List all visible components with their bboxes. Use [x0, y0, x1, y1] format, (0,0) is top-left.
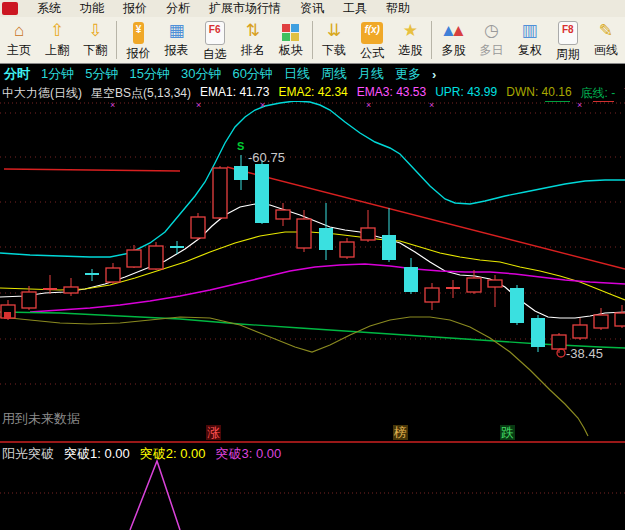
app-logo-icon: [2, 2, 18, 15]
gridline-x-mark: ×: [366, 100, 371, 110]
menu-item-4[interactable]: 扩展市场行情: [209, 0, 281, 17]
candle-up: [615, 313, 625, 326]
strip-char-1[interactable]: 榜: [393, 425, 408, 440]
rank-icon: ⇅: [246, 21, 260, 41]
period-tab-bar: 分时1分钟5分钟15分钟30分钟60分钟日线周线月线更多›: [0, 64, 625, 84]
toolbar-button-排名[interactable]: ⇅排名: [234, 17, 272, 63]
toolbar-button-自选[interactable]: F6自选: [196, 17, 234, 63]
chart-header-segment-3: EMA2: 42.34: [278, 85, 347, 101]
menu-item-6[interactable]: 工具: [343, 0, 367, 17]
toolbar-button-label: 下载: [322, 42, 346, 59]
period-tab-15分钟[interactable]: 15分钟: [129, 65, 169, 83]
page-up-icon: ⇧: [50, 21, 64, 41]
candle-up: [361, 228, 375, 240]
period-tab-更多[interactable]: 更多: [395, 65, 421, 83]
menu-bar: 系统功能报价分析扩展市场行情资讯工具帮助: [0, 0, 625, 17]
toolbar-button-画线[interactable]: ✎画线: [587, 17, 625, 63]
menu-item-0[interactable]: 系统: [37, 0, 61, 17]
candle-up: [552, 335, 566, 349]
multi-stock-icon: ▲▲: [440, 21, 467, 41]
toolbar-separator: [431, 21, 432, 59]
toolbar-separator: [312, 21, 313, 59]
sell-signal-marker: S: [237, 140, 244, 152]
future-data-warning: 用到未来数据: [2, 410, 80, 428]
toolbar-button-报表[interactable]: ▦报表: [157, 17, 195, 63]
period-more-arrow-icon[interactable]: ›: [432, 67, 436, 82]
ema2-line: [0, 232, 625, 300]
toolbar-button-下翻[interactable]: ⇩下翻: [76, 17, 114, 63]
candle-up: [340, 242, 354, 257]
toolbar-button-主页[interactable]: ⌂主页: [0, 17, 38, 63]
period-tab-60分钟[interactable]: 60分钟: [232, 65, 272, 83]
gridline-x-mark: ×: [577, 100, 582, 110]
period-tab-1分钟[interactable]: 1分钟: [41, 65, 74, 83]
toolbar-button-板块[interactable]: 板块: [272, 17, 310, 63]
quote-icon: ¥: [133, 19, 145, 44]
toolbar-button-label: 上翻: [45, 42, 69, 59]
chart-header-segment-2: EMA1: 41.73: [200, 85, 269, 101]
toolbar-button-label: 周期: [556, 46, 580, 63]
candle-up: [127, 250, 141, 267]
indicator-output-row: 阳光突破突破1: 0.00突破2: 0.00突破3: 0.00: [2, 445, 281, 463]
strip-char-0[interactable]: 涨: [206, 425, 221, 440]
indicator-output-2: 突破3: 0.00: [216, 445, 282, 463]
page-down-icon: ⇩: [88, 21, 102, 41]
toolbar-button-label: 报表: [165, 42, 189, 59]
menu-item-1[interactable]: 功能: [80, 0, 104, 17]
toolbar-button-label: 选股: [398, 42, 422, 59]
menu-item-3[interactable]: 分析: [166, 0, 190, 17]
sector-icon: [282, 22, 299, 41]
period-tab-月线[interactable]: 月线: [358, 65, 384, 83]
toolbar-button-label: 排名: [241, 42, 265, 59]
menu-item-5[interactable]: 资讯: [300, 0, 324, 17]
chart-header-segment-4: EMA3: 43.53: [357, 85, 426, 101]
indicator-name: 阳光突破: [2, 445, 54, 463]
toolbar-button-周期[interactable]: F8周期: [549, 17, 587, 63]
toolbar-button-报价[interactable]: ¥报价: [119, 17, 157, 63]
strip-char-2[interactable]: 跌: [500, 425, 515, 440]
candle-down: [255, 164, 269, 223]
toolbar-button-上翻[interactable]: ⇧上翻: [38, 17, 76, 63]
menu-item-7[interactable]: 帮助: [386, 0, 410, 17]
toolbar-button-复权[interactable]: ▥复权: [511, 17, 549, 63]
home-icon: ⌂: [14, 21, 24, 41]
gridline-x-mark: ×: [260, 100, 265, 110]
toolbar-button-label: 多日: [480, 42, 504, 59]
candle-up: [64, 287, 78, 293]
period-tab-30分钟[interactable]: 30分钟: [181, 65, 221, 83]
period-tab-5分钟[interactable]: 5分钟: [85, 65, 118, 83]
candle-up: [425, 288, 439, 302]
candle-up: [467, 278, 481, 292]
candle-down: [510, 288, 524, 323]
lower-band-dwn: [0, 317, 588, 436]
candle-up: [22, 292, 36, 308]
high-price-label: -60.75: [248, 150, 285, 165]
candle-up: [276, 210, 290, 219]
toolbar-button-label: 多股: [441, 42, 465, 59]
period-icon: F8: [558, 18, 578, 45]
upper-band-upr: [0, 101, 625, 257]
gridline-x-mark: ×: [429, 100, 434, 110]
toolbar-button-label: 主页: [7, 42, 31, 59]
period-tab-分时[interactable]: 分时: [4, 65, 30, 83]
toolbar-button-多股[interactable]: ▲▲多股: [434, 17, 472, 63]
low-point-marker: [557, 349, 565, 357]
period-tab-周线[interactable]: 周线: [321, 65, 347, 83]
toolbar-button-选股[interactable]: ★选股: [391, 17, 429, 63]
draw-icon: ✎: [599, 21, 613, 41]
report-icon: ▦: [169, 21, 185, 41]
toolbar-button-公式[interactable]: f(x)公式: [353, 17, 391, 63]
toolbar-button-多日[interactable]: ◷多日: [472, 17, 510, 63]
toolbar: ⌂主页⇧上翻⇩下翻¥报价▦报表F6自选⇅排名板块⇊下载f(x)公式★选股▲▲多股…: [0, 17, 625, 64]
toolbar-button-label: 复权: [518, 42, 542, 59]
menu-item-2[interactable]: 报价: [123, 0, 147, 17]
indicator-output-1: 突破2: 0.00: [140, 445, 206, 463]
gridline-x-mark: ×: [110, 100, 115, 110]
period-tab-日线[interactable]: 日线: [284, 65, 310, 83]
chart-header-segment-1: 星空BS点(5,13,34): [91, 85, 191, 101]
adjust-icon: ▥: [522, 21, 538, 41]
red-dot-marker: [4, 312, 11, 319]
toolbar-separator: [116, 21, 117, 59]
low-price-label: -38.45: [566, 346, 603, 361]
toolbar-button-下载[interactable]: ⇊下载: [315, 17, 353, 63]
